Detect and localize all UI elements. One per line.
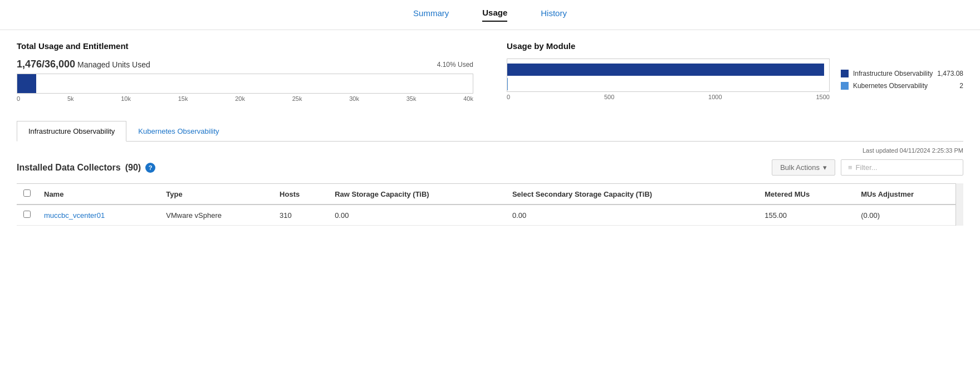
row-checkbox-cell bbox=[17, 205, 37, 226]
header-hosts: Hosts bbox=[273, 184, 328, 205]
row-hosts-cell: 310 bbox=[273, 205, 328, 226]
tab-k8s-observability[interactable]: Kubernetes Observability bbox=[126, 121, 231, 141]
row-name-cell: muccbc_vcenter01 bbox=[37, 205, 159, 226]
legend-k8s-label: Kubernetes Observability bbox=[853, 82, 955, 90]
module-tick-500: 500 bbox=[604, 94, 614, 100]
module-ticks: 0 500 1000 1500 bbox=[507, 94, 830, 100]
table-header-row: Name Type Hosts Raw Storage Capacity (Ti… bbox=[17, 184, 963, 205]
module-chart-wrapper: 0 500 1000 1500 Infrastructure Observabi… bbox=[507, 59, 963, 100]
table-row: muccbc_vcenter01 VMware vSphere 310 0.00… bbox=[17, 205, 963, 226]
tab-history[interactable]: History bbox=[541, 8, 567, 21]
legend-k8s-value: 2 bbox=[959, 82, 963, 90]
legend-k8s-color bbox=[841, 82, 849, 90]
module-bar-area bbox=[507, 59, 830, 92]
module-tick-1000: 1000 bbox=[708, 94, 722, 100]
usage-bar-fill bbox=[17, 74, 36, 93]
module-tick-1500: 1500 bbox=[816, 94, 829, 100]
filter-placeholder: Filter... bbox=[856, 163, 878, 172]
tab-summary[interactable]: Summary bbox=[413, 8, 449, 21]
tab-usage[interactable]: Usage bbox=[482, 8, 507, 22]
header-name: Name bbox=[37, 184, 159, 205]
usage-bar-container bbox=[17, 74, 473, 94]
tick-0: 0 bbox=[17, 95, 20, 102]
filter-icon: ≡ bbox=[848, 163, 852, 172]
usage-description: Managed Units Used bbox=[77, 60, 150, 69]
top-metrics-section: Total Usage and Entitlement 1,476/36,000… bbox=[17, 41, 963, 104]
row-metered-mus-cell: 155.00 bbox=[758, 205, 854, 226]
collectors-title-text: Installed Data Collectors bbox=[17, 163, 121, 173]
usage-bar-ticks: 0 5k 10k 15k 20k 25k 30k 35k 40k bbox=[17, 95, 473, 102]
usage-by-module-title: Usage by Module bbox=[507, 41, 963, 51]
collectors-header: Installed Data Collectors (90) ? Bulk Ac… bbox=[17, 159, 963, 176]
usage-value-label: 1,476/36,000 Managed Units Used bbox=[17, 59, 150, 70]
legend-infra-value: 1,473.08 bbox=[937, 70, 963, 77]
header-raw-storage: Raw Storage Capacity (TiB) bbox=[328, 184, 506, 205]
usage-bar-empty bbox=[36, 74, 473, 93]
legend-infra-label: Infrastructure Observability bbox=[853, 70, 933, 77]
total-usage-section: Total Usage and Entitlement 1,476/36,000… bbox=[17, 41, 473, 104]
main-content: Total Usage and Entitlement 1,476/36,000… bbox=[0, 30, 980, 237]
tick-10k: 10k bbox=[121, 95, 131, 102]
row-raw-storage-cell: 0.00 bbox=[328, 205, 506, 226]
collectors-count: (90) bbox=[125, 163, 141, 173]
bulk-actions-button[interactable]: Bulk Actions ▾ bbox=[772, 159, 835, 176]
header-checkbox-cell bbox=[17, 184, 37, 205]
collectors-table: Name Type Hosts Raw Storage Capacity (Ti… bbox=[17, 183, 963, 226]
legend-k8s: Kubernetes Observability 2 bbox=[841, 82, 963, 90]
tick-15k: 15k bbox=[178, 95, 188, 102]
sub-tabs-row: Infrastructure Observability Kubernetes … bbox=[17, 121, 963, 142]
tick-5k: 5k bbox=[67, 95, 74, 102]
module-tick-0: 0 bbox=[507, 94, 510, 100]
module-legend: Infrastructure Observability 1,473.08 Ku… bbox=[841, 70, 963, 90]
usage-label-row: 1,476/36,000 Managed Units Used 4.10% Us… bbox=[17, 59, 473, 70]
filter-input-wrapper[interactable]: ≡ Filter... bbox=[841, 159, 963, 176]
tick-40k: 40k bbox=[463, 95, 473, 102]
module-chart: 0 500 1000 1500 bbox=[507, 59, 830, 100]
header-metered-mus: Metered MUs bbox=[758, 184, 854, 205]
row-type-cell: VMware vSphere bbox=[159, 205, 273, 226]
tick-25k: 25k bbox=[292, 95, 302, 102]
toolbar-right: Bulk Actions ▾ ≡ Filter... bbox=[772, 159, 963, 176]
chevron-down-icon: ▾ bbox=[823, 163, 827, 172]
tick-35k: 35k bbox=[406, 95, 416, 102]
usage-percent: 4.10% Used bbox=[437, 61, 473, 69]
legend-infra-color bbox=[841, 70, 849, 77]
module-bar-k8s bbox=[507, 78, 508, 90]
tick-20k: 20k bbox=[235, 95, 245, 102]
help-icon[interactable]: ? bbox=[145, 163, 155, 173]
usage-fraction: 1,476/36,000 bbox=[17, 59, 75, 70]
module-bar-infra bbox=[507, 64, 824, 76]
row-secondary-storage-cell: 0.00 bbox=[506, 205, 758, 226]
row-checkbox[interactable] bbox=[23, 211, 31, 218]
collectors-title-row: Installed Data Collectors (90) ? bbox=[17, 163, 155, 173]
row-mus-adjustment-cell: (0.00) bbox=[854, 205, 963, 226]
usage-by-module-section: Usage by Module 0 500 1000 1500 bbox=[507, 41, 963, 104]
row-name-link[interactable]: muccbc_vcenter01 bbox=[44, 211, 105, 220]
tick-30k: 30k bbox=[349, 95, 359, 102]
select-all-checkbox[interactable] bbox=[23, 189, 31, 197]
top-navigation: Summary Usage History bbox=[0, 0, 980, 30]
collectors-table-wrapper: Name Type Hosts Raw Storage Capacity (Ti… bbox=[17, 183, 963, 226]
scrollbar[interactable] bbox=[955, 183, 963, 226]
total-usage-title: Total Usage and Entitlement bbox=[17, 41, 473, 51]
bulk-actions-label: Bulk Actions bbox=[780, 163, 820, 172]
legend-infra: Infrastructure Observability 1,473.08 bbox=[841, 70, 963, 77]
tab-infra-observability[interactable]: Infrastructure Observability bbox=[17, 121, 126, 142]
header-mus-adjustment: MUs Adjustmer bbox=[854, 184, 963, 205]
last-updated: Last updated 04/11/2024 2:25:33 PM bbox=[17, 147, 963, 154]
header-secondary-storage: Select Secondary Storage Capacity (TiB) bbox=[506, 184, 758, 205]
header-type: Type bbox=[159, 184, 273, 205]
usage-bar-chart: 0 5k 10k 15k 20k 25k 30k 35k 40k bbox=[17, 74, 473, 102]
